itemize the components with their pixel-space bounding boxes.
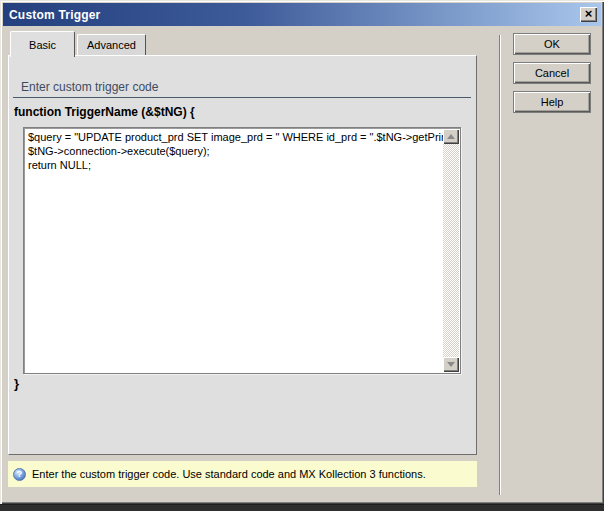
screen: Custom Trigger × Basic Advanced Enter cu…	[0, 0, 604, 511]
help-ball-icon: ?	[13, 468, 26, 481]
status-text: Enter the custom trigger code. Use stand…	[32, 468, 426, 480]
tab-advanced-label: Advanced	[87, 39, 136, 51]
trigger-code-text[interactable]: $query = "UPDATE product_prd SET image_p…	[25, 129, 443, 372]
code-scrollbar[interactable]	[443, 129, 459, 372]
ok-button[interactable]: OK	[513, 33, 591, 55]
trigger-code-editor[interactable]: $query = "UPDATE product_prd SET image_p…	[23, 127, 461, 374]
background-strip	[0, 504, 604, 511]
scroll-down-button[interactable]	[443, 357, 459, 372]
scrollbar-track[interactable]	[443, 144, 459, 357]
tab-advanced[interactable]: Advanced	[77, 34, 146, 55]
window-title: Custom Trigger	[3, 8, 100, 22]
cancel-button[interactable]: Cancel	[513, 62, 591, 84]
titlebar[interactable]: Custom Trigger ×	[3, 3, 601, 26]
arrow-down-icon	[447, 362, 455, 367]
custom-trigger-dialog: Custom Trigger × Basic Advanced Enter cu…	[0, 0, 604, 504]
tab-basic-label: Basic	[29, 39, 56, 51]
help-button[interactable]: Help	[513, 91, 591, 113]
arrow-up-icon	[447, 134, 455, 139]
basic-tab-panel: Enter custom trigger code function Trigg…	[8, 55, 477, 455]
cancel-button-label: Cancel	[535, 67, 569, 79]
help-ball-glyph: ?	[17, 470, 23, 479]
close-button[interactable]: ×	[580, 7, 597, 22]
status-bar: ? Enter the custom trigger code. Use sta…	[8, 461, 477, 487]
scroll-up-button[interactable]	[443, 129, 459, 144]
function-signature: function TriggerName (&$tNG) {	[14, 105, 195, 119]
ok-button-label: OK	[544, 38, 560, 50]
tab-basic[interactable]: Basic	[10, 31, 75, 57]
section-header: Enter custom trigger code	[21, 80, 158, 94]
section-rule	[13, 97, 471, 98]
close-icon: ×	[585, 8, 593, 19]
vertical-divider	[499, 35, 501, 495]
function-closing-brace: }	[14, 376, 19, 391]
help-button-label: Help	[541, 96, 564, 108]
